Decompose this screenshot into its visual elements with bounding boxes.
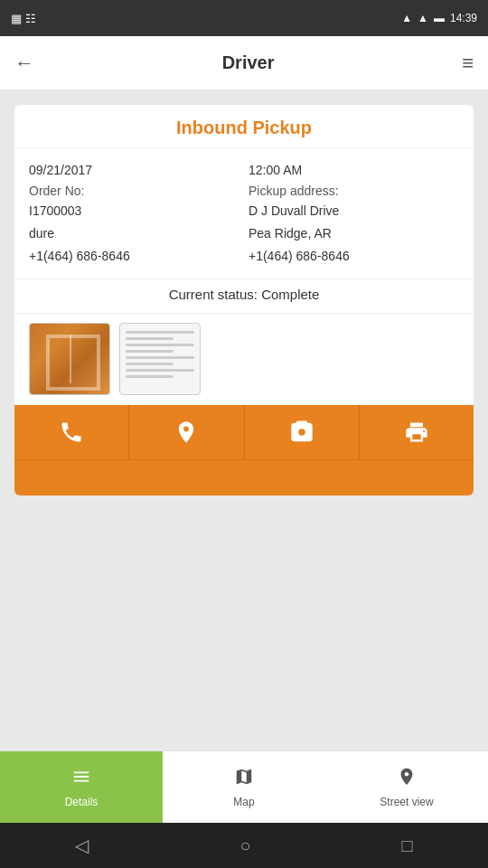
- location-icon: [174, 420, 199, 445]
- doc-line-6: [126, 363, 174, 365]
- android-home-button[interactable]: ○: [239, 835, 250, 856]
- street-view-label: Street view: [380, 796, 433, 808]
- card-info-right: 12:00 AM Pickup address: D J Duvall Driv…: [249, 161, 459, 266]
- street-view-icon: [397, 767, 417, 792]
- main-content: Inbound Pickup 09/21/2017 Order No: I170…: [0, 90, 488, 750]
- details-icon: [71, 767, 91, 792]
- status-bar: ▦ ☷ ▲ ▲ ▬ 14:39: [0, 0, 488, 36]
- status-bar-right: ▲ ▲ ▬ 14:39: [401, 12, 477, 24]
- phone-button[interactable]: [14, 405, 129, 459]
- card-title: Inbound Pickup: [14, 105, 474, 148]
- battery-icon: ▬: [434, 12, 445, 24]
- phone-icon: [59, 420, 84, 445]
- card-info: 09/21/2017 Order No: I1700003 dure +1(46…: [14, 148, 474, 278]
- time-display: 14:39: [450, 12, 477, 24]
- status-row: Current status: Complete: [14, 278, 474, 313]
- pickup-label: Pickup address:: [249, 184, 459, 198]
- status-text: Current status: Complete: [169, 287, 320, 302]
- android-bar: ◁ ○ □: [0, 823, 488, 868]
- doc-line-1: [126, 331, 194, 334]
- address-line-2: Pea Ridge, AR: [249, 224, 459, 243]
- print-button[interactable]: [360, 405, 474, 459]
- card-info-left: 09/21/2017 Order No: I1700003 dure +1(46…: [29, 161, 239, 266]
- back-button[interactable]: ←: [14, 52, 34, 75]
- pickup-card: Inbound Pickup 09/21/2017 Order No: I170…: [14, 105, 474, 495]
- action-buttons-row: [14, 404, 474, 459]
- bottom-nav-details[interactable]: Details: [0, 751, 163, 823]
- android-back-icon: ◁: [75, 835, 89, 855]
- android-home-icon: ○: [239, 835, 250, 855]
- notification-icons: ▦ ☷: [11, 12, 36, 25]
- date-value: 09/21/2017: [29, 161, 239, 180]
- doc-line-4: [126, 350, 174, 353]
- company-name: dure: [29, 224, 239, 243]
- doc-line-3: [126, 344, 194, 346]
- doc-line-2: [126, 337, 174, 340]
- thumbnail-1[interactable]: [29, 323, 110, 395]
- order-no: I1700003: [29, 202, 239, 221]
- location-button[interactable]: [129, 405, 244, 459]
- time-value: 12:00 AM: [249, 161, 459, 180]
- signal-icon: ▲: [418, 12, 428, 24]
- bottom-nav-street-view[interactable]: Street view: [325, 751, 488, 823]
- phone-2: +1(464) 686-8646: [249, 247, 459, 266]
- address-line-1: D J Duvall Drive: [249, 202, 459, 221]
- bottom-nav: Details Map Street view: [0, 750, 488, 823]
- print-icon: [404, 420, 429, 445]
- doc-line-8: [126, 375, 174, 378]
- android-recent-icon: □: [401, 835, 412, 855]
- wifi-icon: ▲: [401, 12, 412, 24]
- details-label: Details: [65, 796, 99, 808]
- menu-button[interactable]: ≡: [462, 52, 474, 75]
- order-label: Order No:: [29, 184, 239, 198]
- android-back-button[interactable]: ◁: [75, 835, 89, 856]
- phone-1: +1(464) 686-8646: [29, 247, 239, 266]
- status-bar-left: ▦ ☷: [11, 12, 36, 25]
- thumbnail-2[interactable]: [119, 323, 201, 395]
- top-nav: ← Driver ≡: [0, 36, 488, 90]
- bottom-nav-map[interactable]: Map: [163, 751, 325, 823]
- map-icon: [234, 767, 254, 792]
- menu-icon: ≡: [462, 52, 474, 74]
- camera-icon: [289, 420, 314, 445]
- page-title: Driver: [222, 52, 275, 73]
- camera-button[interactable]: [245, 405, 360, 459]
- thumbnails-row: [14, 313, 474, 404]
- doc-line-7: [126, 369, 194, 372]
- map-label: Map: [233, 796, 254, 808]
- android-recent-button[interactable]: □: [401, 835, 412, 856]
- card-bottom-bar: [14, 459, 474, 495]
- back-icon: ←: [14, 52, 34, 74]
- doc-line-5: [126, 356, 194, 359]
